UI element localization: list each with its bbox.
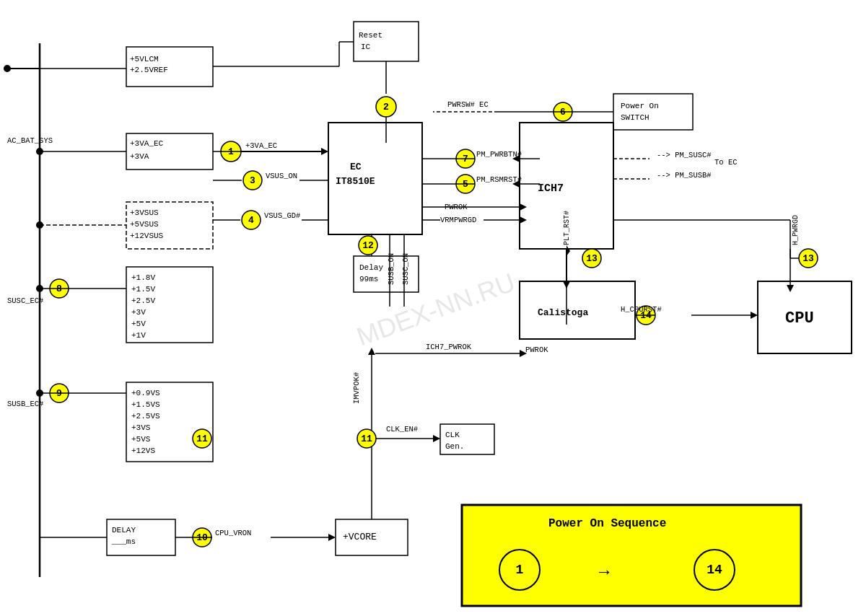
- box-5vlcm-line1: +5VLCM: [130, 55, 159, 63]
- svg-point-27: [36, 285, 43, 292]
- svg-point-32: [36, 390, 43, 397]
- box-vs-line4: +3VS: [131, 423, 151, 432]
- ac-bat-sys-label: AC_BAT_SYS: [7, 136, 53, 145]
- box-smallv-line1: +1.8V: [131, 273, 155, 282]
- circle-3-label: 3: [250, 175, 255, 186]
- seq-start-label: 1: [516, 563, 524, 577]
- ich7-pwrok-signal: ICH7_PWROK: [426, 343, 472, 351]
- box-3va-line1: +3VA_EC: [130, 139, 164, 148]
- pm-susc-signal: --> PM_SUSC#: [657, 151, 712, 159]
- box-5vlcm-line2: +2.5VREF: [130, 66, 168, 74]
- ich7-label: ICH7: [538, 182, 564, 195]
- svg-point-2: [4, 65, 11, 72]
- clk-gen-line1: CLK: [445, 431, 460, 439]
- to-ec-label: To EC: [714, 158, 738, 167]
- delay99-line1: Delay: [359, 263, 383, 272]
- delay-box-line1: DELAY: [112, 526, 136, 534]
- pwrsw-ec-signal: PWRSW# EC: [447, 100, 489, 109]
- cpu-label: CPU: [785, 309, 814, 327]
- susb-on-signal: SUSB_ON: [387, 253, 395, 285]
- vrmpwrgd-signal: VRMPWRGD: [440, 216, 476, 224]
- svg-rect-8: [354, 22, 419, 61]
- svg-marker-16: [321, 148, 328, 155]
- seq-title: Power On Sequence: [548, 517, 666, 530]
- svg-marker-58: [520, 216, 527, 224]
- circle-11a-label: 11: [361, 434, 372, 444]
- box-vsus-line1: +3VSUS: [130, 208, 159, 217]
- pm-rsmrst-signal: PM_RSMRST#: [476, 175, 522, 184]
- circle-4-label: 4: [248, 215, 254, 226]
- box-smallv-line6: +1V: [131, 331, 146, 340]
- calistoga-label: Calistoga: [538, 307, 588, 318]
- box-smallv-line5: +5V: [131, 320, 146, 328]
- power-switch-line2: SWITCH: [621, 113, 650, 122]
- box-vs-line6: +12VS: [131, 446, 155, 455]
- box-vs-line2: +1.5VS: [131, 400, 160, 409]
- pwrok-calistoga-signal: PWROK: [525, 346, 548, 354]
- box-vsus-line2: +5VSUS: [130, 220, 159, 229]
- plt-rst-signal: PLT_RST#: [563, 211, 571, 245]
- delay-box-line2: ___ms: [111, 537, 136, 546]
- circle-2-label: 2: [383, 102, 389, 113]
- delay99-line2: 99ms: [359, 275, 378, 283]
- circle-12-label: 12: [362, 240, 374, 251]
- reset-ic-line2: IC: [361, 43, 371, 51]
- seq-arrow: →: [599, 563, 610, 582]
- susc-ec-signal: SUSC_EC#: [7, 296, 43, 305]
- circle-13-right-label: 13: [802, 253, 814, 264]
- pm-pwrbtn-signal: PM_PWRBTN#: [476, 150, 522, 159]
- circle-13-left-label: 13: [586, 253, 598, 264]
- cpu-vron-signal: CPU_VRON: [215, 529, 251, 537]
- imvpok-signal: IMVPOK#: [352, 372, 361, 404]
- svg-marker-81: [787, 285, 794, 292]
- susc-on-signal: SUSC_ON: [401, 253, 410, 285]
- box-vsus-line3: +12VSUS: [130, 232, 164, 240]
- box-smallv-line3: +2.5V: [131, 296, 155, 305]
- box-3va-line2: +3VA: [130, 152, 149, 161]
- svg-marker-78: [751, 312, 758, 319]
- power-switch-line1: Power On: [621, 102, 659, 110]
- ec-label1: EC: [350, 162, 362, 172]
- seq-end-label: 14: [707, 563, 722, 577]
- box-smallv-line2: +1.5V: [131, 285, 155, 294]
- svg-point-22: [36, 221, 43, 229]
- vsus-gd-signal: VSUS_GD#: [264, 211, 300, 220]
- svg-rect-63: [613, 94, 693, 130]
- vsus-on-signal: VSUS_ON: [266, 172, 297, 180]
- box-smallv-line4: +3V: [131, 308, 146, 317]
- 3va-ec-signal: +3VA_EC: [245, 141, 277, 150]
- pm-susb-signal: --> PM_SUSB#: [657, 171, 712, 180]
- box-vs-line1: +0.9VS: [131, 389, 160, 397]
- box-vs-line5: +5VS: [131, 435, 151, 444]
- svg-marker-56: [520, 203, 527, 211]
- susb-ec-signal: SUSB_EC#: [7, 400, 43, 408]
- h-cpurst-signal: H_CPURST#: [621, 305, 662, 314]
- svg-marker-37: [328, 534, 336, 541]
- ec-label2: IT8510E: [336, 176, 375, 187]
- svg-marker-46: [433, 435, 440, 442]
- vcore-label: +VCORE: [343, 532, 377, 542]
- clk-gen-line2: Gen.: [445, 442, 464, 451]
- reset-ic-line1: Reset: [359, 31, 382, 40]
- circle-11b-label: 11: [196, 434, 208, 444]
- clk-en-signal: CLK_EN#: [386, 425, 418, 434]
- box-vs-line3: +2.5VS: [131, 412, 160, 421]
- h-pwrgd-signal: H_PWRGD: [792, 215, 800, 245]
